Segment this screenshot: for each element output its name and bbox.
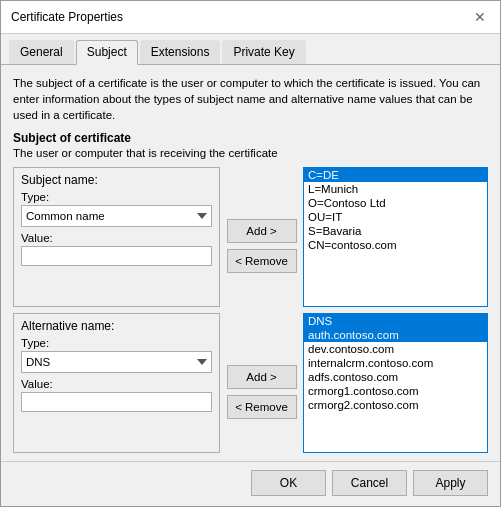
alt-name-group: Alternative name: Type: DNS IP Address E… xyxy=(13,313,220,453)
certificate-properties-window: Certificate Properties ✕ General Subject… xyxy=(0,0,501,507)
list-item[interactable]: S=Bavaria xyxy=(304,224,487,238)
list-item[interactable]: L=Munich xyxy=(304,182,487,196)
cancel-button[interactable]: Cancel xyxy=(332,470,407,496)
list-item[interactable]: crmorg1.contoso.com xyxy=(304,384,487,398)
list-item[interactable]: crmorg2.contoso.com xyxy=(304,398,487,412)
subject-add-button[interactable]: Add > xyxy=(227,219,297,243)
title-bar: Certificate Properties ✕ xyxy=(1,1,500,34)
ok-button[interactable]: OK xyxy=(251,470,326,496)
subject-of-certificate-label: Subject of certificate xyxy=(13,131,488,145)
tab-subject[interactable]: Subject xyxy=(76,40,138,65)
alt-name-label: Alternative name: xyxy=(21,319,212,333)
alt-add-button[interactable]: Add > xyxy=(227,365,297,389)
list-item[interactable]: internalcrm.contoso.com xyxy=(304,356,487,370)
subject-listbox[interactable]: C=DE L=Munich O=Contoso Ltd OU=IT S=Bava… xyxy=(303,167,488,307)
subject-name-section: Subject name: Type: Common name Organiza… xyxy=(13,167,488,307)
tab-extensions[interactable]: Extensions xyxy=(140,40,221,64)
list-item[interactable]: OU=IT xyxy=(304,210,487,224)
alt-name-section: Alternative name: Type: DNS IP Address E… xyxy=(13,313,488,453)
subject-value-label: Value: xyxy=(21,232,212,244)
list-item[interactable]: O=Contoso Ltd xyxy=(304,196,487,210)
subject-of-certificate-sub: The user or computer that is receiving t… xyxy=(13,147,488,159)
tab-general[interactable]: General xyxy=(9,40,74,64)
tab-bar: General Subject Extensions Private Key xyxy=(1,34,500,65)
subject-list-area: C=DE L=Munich O=Contoso Ltd OU=IT S=Bava… xyxy=(303,167,488,307)
alt-listbox[interactable]: DNS auth.contoso.com dev.contoso.com int… xyxy=(303,313,488,453)
subject-type-select[interactable]: Common name Organization Organizational … xyxy=(21,205,212,227)
alt-type-label: Type: xyxy=(21,337,212,349)
list-item[interactable]: adfs.contoso.com xyxy=(304,370,487,384)
main-layout: Subject name: Type: Common name Organiza… xyxy=(13,167,488,453)
description-text: The subject of a certificate is the user… xyxy=(13,75,488,123)
list-item[interactable]: auth.contoso.com xyxy=(304,328,487,342)
alt-value-label: Value: xyxy=(21,378,212,390)
list-item[interactable]: dev.contoso.com xyxy=(304,342,487,356)
list-item[interactable]: CN=contoso.com xyxy=(304,238,487,252)
subject-value-input[interactable] xyxy=(21,246,212,266)
window-title: Certificate Properties xyxy=(11,10,123,24)
subject-name-label: Subject name: xyxy=(21,173,212,187)
close-button[interactable]: ✕ xyxy=(470,7,490,27)
alt-type-select[interactable]: DNS IP Address Email UPN xyxy=(21,351,212,373)
alt-buttons: Add > < Remove xyxy=(224,313,299,453)
apply-button[interactable]: Apply xyxy=(413,470,488,496)
tab-private-key[interactable]: Private Key xyxy=(222,40,305,64)
subject-buttons: Add > < Remove xyxy=(224,167,299,307)
alt-value-input[interactable] xyxy=(21,392,212,412)
subject-remove-button[interactable]: < Remove xyxy=(227,249,297,273)
subject-name-group: Subject name: Type: Common name Organiza… xyxy=(13,167,220,307)
list-item[interactable]: DNS xyxy=(304,314,487,328)
alt-list-area: DNS auth.contoso.com dev.contoso.com int… xyxy=(303,313,488,453)
bottom-button-bar: OK Cancel Apply xyxy=(1,461,500,506)
list-item[interactable]: C=DE xyxy=(304,168,487,182)
subject-type-label: Type: xyxy=(21,191,212,203)
tab-content: The subject of a certificate is the user… xyxy=(1,65,500,461)
alt-remove-button[interactable]: < Remove xyxy=(227,395,297,419)
